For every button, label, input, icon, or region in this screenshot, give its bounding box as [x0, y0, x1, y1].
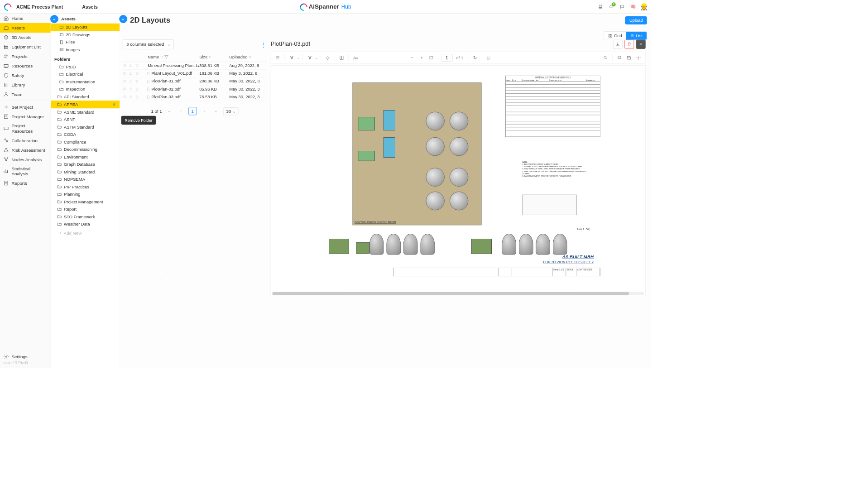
- folder-api-standard[interactable]: API Standard: [51, 93, 120, 101]
- svg-rect-1: [599, 5, 601, 6]
- cloud-sync-icon[interactable]: 0: [608, 4, 614, 10]
- sidebar-item-project-manager[interactable]: Project Manager: [0, 112, 51, 121]
- sidebar-item-nodes-analysis[interactable]: Nodes Analysis: [0, 154, 51, 164]
- folder-asme-standard[interactable]: ASME Standard: [51, 108, 120, 116]
- tree-item-2d-layouts[interactable]: 2D Layouts: [51, 24, 120, 31]
- sidebar-item-risk-assessment[interactable]: Risk Assessment: [0, 145, 51, 154]
- grid-label: Grid: [614, 34, 622, 39]
- folder-asnt[interactable]: ASNT: [51, 116, 120, 124]
- folder-planning[interactable]: Planning: [51, 191, 120, 198]
- sidebar-item-home[interactable]: Home: [0, 14, 51, 23]
- tree-item-files[interactable]: Files: [51, 39, 120, 46]
- folder-environment[interactable]: Environment: [51, 153, 120, 161]
- brain-icon[interactable]: 🧠: [630, 4, 636, 10]
- collapse-panel-button[interactable]: «: [119, 15, 127, 23]
- plan-view-label: PLAN VIEW -SHELTER ROOF NOT SHOWN: [355, 221, 396, 223]
- folder-label: PIP Practices: [64, 184, 89, 189]
- version-label: main / f179cd0: [4, 361, 48, 365]
- sidebar-label: Project Resources: [12, 123, 48, 134]
- sidebar-item-safety[interactable]: Safety: [0, 71, 51, 80]
- sidebar-item-equipment-list[interactable]: Equipment List: [0, 42, 51, 52]
- settings-label: Settings: [12, 354, 28, 359]
- svg-rect-2: [599, 7, 601, 8]
- folder-report[interactable]: Report: [51, 206, 120, 213]
- list-label: List: [636, 34, 643, 39]
- svg-point-12: [5, 93, 7, 95]
- sidebar-label: Equipment List: [12, 44, 41, 49]
- sidebar-item-3d-assets[interactable]: 3D Assets: [0, 33, 51, 42]
- brand: AiSpanner Hub: [300, 3, 351, 10]
- sidebar-item-set-project[interactable]: Set Project: [0, 102, 51, 112]
- material-list-table: MATERIAL LIST FOR ONE UNIT ONLY ITEMQTYD…: [505, 76, 600, 137]
- folder-label: Inspection: [66, 87, 86, 92]
- folder-nopsema[interactable]: NOPSEMA: [51, 176, 120, 183]
- sidebar-item-assets[interactable]: Assets: [0, 23, 51, 33]
- page-size-select[interactable]: 30: [223, 107, 238, 115]
- section-view: A-A ( 1 : 50 ): [509, 191, 590, 225]
- sidebar-label: Safety: [12, 73, 24, 78]
- folder-label: Mining Standard: [64, 169, 95, 174]
- folder-label: Weather Data: [64, 222, 90, 227]
- close-icon[interactable]: ✕: [112, 102, 116, 107]
- header-tab-assets[interactable]: Assets: [82, 4, 97, 10]
- sync-badge: 0: [612, 2, 616, 6]
- folder-appea[interactable]: APPEA✕: [51, 101, 120, 108]
- folder-label: NOPSEMA: [64, 177, 85, 182]
- brand-sub: Hub: [341, 4, 351, 10]
- sidebar-label: Resources: [12, 63, 33, 68]
- sidebar-label: Set Project: [12, 105, 34, 110]
- folder-label: API Standard: [64, 95, 89, 100]
- sidebar-label: Project Manager: [12, 114, 44, 119]
- sidebar-item-resources[interactable]: Resources: [0, 61, 51, 71]
- view-grid-button[interactable]: Grid: [604, 32, 626, 40]
- folder-graph-database[interactable]: Graph Database: [51, 161, 120, 168]
- settings-button[interactable]: Settings: [4, 353, 48, 361]
- upload-button[interactable]: Upload: [625, 16, 647, 24]
- pdf-canvas[interactable]: MATERIAL LIST FOR ONE UNIT ONLY ITEMQTYD…: [271, 65, 646, 296]
- folder-astm-standard[interactable]: ASTM Standard: [51, 123, 120, 131]
- sidebar-item-library[interactable]: Library: [0, 80, 51, 90]
- tree-title: Assets: [51, 14, 120, 24]
- folder-instrumentation[interactable]: Instrumentation: [51, 78, 120, 86]
- horizontal-scrollbar[interactable]: [273, 292, 644, 295]
- folder-project-management[interactable]: Project Management: [51, 198, 120, 206]
- sidebar-item-team[interactable]: Team: [0, 90, 51, 99]
- sidebar-item-reports[interactable]: Reports: [0, 178, 51, 188]
- folder-label: ASNT: [64, 117, 75, 122]
- folder-pip-practices[interactable]: PIP Practices: [51, 183, 120, 191]
- folders-heading: Folders: [51, 53, 120, 63]
- folder-mining-standard[interactable]: Mining Standard: [51, 168, 120, 176]
- tree-item-2d-drawings[interactable]: 2D Drawings: [51, 31, 120, 39]
- svg-point-17: [6, 140, 8, 142]
- collapse-tree-button[interactable]: «: [50, 15, 58, 23]
- folder-electrical[interactable]: Electrical: [51, 71, 120, 78]
- folder-sto-framework[interactable]: STO Framework: [51, 213, 120, 221]
- folder-inspection[interactable]: Inspection: [51, 86, 120, 93]
- sidebar-item-projects[interactable]: Projects: [0, 52, 51, 61]
- folder-weather-data[interactable]: Weather Data: [51, 221, 120, 228]
- folder-label: Environment: [64, 154, 88, 159]
- add-folder-button[interactable]: +Add New: [51, 228, 120, 238]
- folder-label: Report: [64, 207, 77, 212]
- tree-item-images[interactable]: Images: [51, 46, 120, 53]
- svg-rect-33: [610, 34, 612, 35]
- view-list-button[interactable]: List: [626, 32, 647, 40]
- svg-point-14: [6, 116, 7, 116]
- folder-label: STO Framework: [64, 214, 95, 219]
- hardhat-icon[interactable]: 👷: [641, 4, 647, 10]
- chat-icon[interactable]: [619, 4, 625, 10]
- column-selector[interactable]: 3 columns selected: [123, 39, 174, 49]
- title-block: Sheet 1 of 2SCALEV214-Y56-10000: [499, 268, 600, 276]
- print-icon[interactable]: [597, 4, 604, 10]
- folder-coda[interactable]: CODA: [51, 131, 120, 139]
- folder-p-id[interactable]: P&ID: [51, 63, 120, 71]
- folder-decommissioning[interactable]: Decommissioning: [51, 146, 120, 154]
- sidebar-item-collaboration[interactable]: Collaboration: [0, 135, 51, 145]
- folder-compliance[interactable]: Compliance: [51, 138, 120, 146]
- folder-label: ASTM Standard: [64, 125, 94, 130]
- sidebar-item-project-resources[interactable]: Project Resources: [0, 121, 51, 136]
- table-menu-icon[interactable]: ⋮: [260, 41, 267, 49]
- sidebar-item-statistical-analysis[interactable]: Statistical Analysis: [0, 164, 51, 178]
- sidebar-label: Library: [12, 82, 25, 87]
- tree-label: Images: [66, 47, 80, 52]
